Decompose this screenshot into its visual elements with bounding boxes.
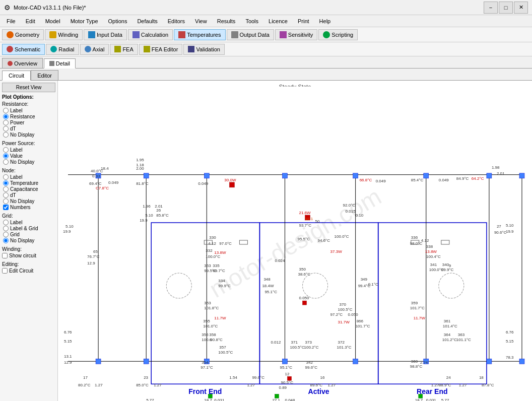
- menu-editors[interactable]: Editors: [163, 17, 189, 26]
- panel-tabs: Circuit Editor: [0, 69, 532, 81]
- menu-defaults[interactable]: Defaults: [132, 17, 162, 26]
- grid-label-option[interactable]: Label: [3, 220, 55, 225]
- sensitivity-button[interactable]: Sensitivity: [275, 29, 318, 40]
- node-temperature-option[interactable]: Temperature: [3, 180, 55, 186]
- svg-text:100.2°C: 100.2°C: [304, 345, 319, 350]
- menu-results[interactable]: Results: [213, 17, 240, 26]
- svg-text:348: 348: [263, 277, 271, 282]
- node-dt-option[interactable]: dT: [3, 192, 55, 198]
- sub-tab-row: Overview Detail: [0, 56, 532, 69]
- svg-text:101.3°C: 101.3°C: [337, 345, 352, 350]
- resistance-nodisplay-option[interactable]: No Display: [3, 132, 55, 138]
- svg-text:13.1: 13.1: [64, 354, 72, 359]
- svg-text:30.0W: 30.0W: [224, 178, 236, 182]
- calculation-label: Calculation: [141, 32, 168, 38]
- calculation-button[interactable]: Calculation: [128, 29, 173, 40]
- svg-text:1.27: 1.27: [459, 383, 467, 387]
- svg-rect-23: [487, 173, 492, 178]
- tab-editor[interactable]: Editor: [31, 70, 58, 80]
- ps-value-option[interactable]: Value: [3, 153, 55, 159]
- menu-options[interactable]: Options: [104, 17, 132, 26]
- menu-motor-type[interactable]: Motor Type: [66, 17, 103, 26]
- tab-overview[interactable]: Overview: [2, 58, 43, 68]
- schematic-button[interactable]: Schematic: [2, 44, 45, 55]
- menu-tools[interactable]: Tools: [241, 17, 263, 26]
- output-data-button[interactable]: Output Data: [227, 29, 274, 40]
- svg-text:12.9: 12.9: [64, 360, 72, 365]
- svg-text:69.7°C: 69.7°C: [213, 269, 225, 273]
- winding-button[interactable]: Winding: [45, 29, 83, 40]
- menu-print[interactable]: Print: [293, 17, 314, 26]
- scripting-button[interactable]: Scripting: [318, 29, 358, 40]
- maximize-button[interactable]: □: [499, 2, 513, 14]
- menu-file[interactable]: File: [2, 17, 20, 26]
- svg-text:12: 12: [285, 372, 289, 376]
- edit-circuit-option[interactable]: Edit Circuit: [2, 268, 55, 274]
- svg-text:50: 50: [315, 219, 320, 224]
- axial-button[interactable]: Axial: [80, 44, 109, 55]
- svg-text:2.74: 2.74: [420, 360, 428, 365]
- grid-labelgrid-option[interactable]: Label & Grid: [3, 226, 55, 231]
- svg-rect-26: [144, 359, 149, 364]
- svg-text:101.8°C: 101.8°C: [204, 306, 219, 310]
- radial-button[interactable]: Radial: [46, 44, 79, 55]
- svg-text:18.7: 18.7: [204, 398, 212, 401]
- ps-label-option[interactable]: Label: [3, 147, 55, 153]
- reset-view-button[interactable]: Reset View: [2, 83, 55, 92]
- menu-model[interactable]: Model: [41, 17, 65, 26]
- node-label-option[interactable]: Label: [3, 174, 55, 180]
- node-capacitance-option[interactable]: Capacitance: [3, 186, 55, 192]
- svg-rect-44: [229, 182, 234, 187]
- geometry-button[interactable]: Geometry: [2, 29, 44, 40]
- svg-rect-188: [275, 394, 279, 398]
- grid-grid-option[interactable]: Grid: [3, 232, 55, 237]
- grid-section: Grid: Label Label & Grid Grid No Display: [2, 213, 55, 243]
- resistance-power-option[interactable]: Power: [3, 120, 55, 125]
- menu-view[interactable]: View: [190, 17, 212, 26]
- svg-text:0.10: 0.10: [356, 213, 364, 218]
- main-toolbar: Geometry Winding Input Data Calculation …: [0, 27, 532, 42]
- fea-editor-button[interactable]: FEA Editor: [139, 44, 183, 55]
- svg-text:0.049: 0.049: [108, 180, 119, 185]
- left-panel: Reset View Plot Options: Resistance: Lab…: [0, 81, 58, 401]
- svg-text:76.7°C: 76.7°C: [87, 254, 100, 259]
- node-numbers-option[interactable]: Numbers: [3, 205, 55, 210]
- show-circuit-option[interactable]: Show circuit: [2, 253, 55, 258]
- svg-text:358: 358: [209, 332, 216, 337]
- resistance-label-option[interactable]: Label: [3, 108, 55, 113]
- tab-circuit[interactable]: Circuit: [2, 71, 31, 81]
- svg-text:100.0°C: 100.0°C: [206, 254, 220, 259]
- minimize-button[interactable]: −: [484, 2, 498, 14]
- grid-nodisplay-option[interactable]: No Display: [3, 238, 55, 243]
- ps-nodisplay-option[interactable]: No Display: [3, 159, 55, 165]
- sensitivity-label: Sensitivity: [288, 32, 313, 38]
- tab-detail[interactable]: Detail: [44, 58, 76, 69]
- svg-text:Front End: Front End: [188, 387, 222, 395]
- fea-button[interactable]: FEA: [110, 44, 138, 55]
- svg-text:0.1°C: 0.1°C: [368, 282, 378, 287]
- svg-text:0.031: 0.031: [214, 398, 225, 401]
- title-bar-title: Motor-CAD v13.1.1 (No File)*: [14, 5, 86, 11]
- temperatures-button[interactable]: Temperatures: [174, 29, 225, 40]
- svg-text:95.5°C: 95.5°C: [298, 237, 310, 241]
- svg-text:97.1°C: 97.1°C: [201, 365, 213, 370]
- svg-text:C7.8°C: C7.8°C: [96, 186, 109, 190]
- resistance-resistance-option[interactable]: Resistance: [3, 114, 55, 119]
- node-section: Node: Label Temperature Capacitance dT N…: [2, 168, 55, 210]
- close-button[interactable]: ✕: [514, 2, 528, 14]
- svg-text:23: 23: [144, 375, 148, 380]
- svg-text:0.049: 0.049: [198, 181, 209, 186]
- svg-text:0.031: 0.031: [426, 398, 437, 401]
- resistance-dt-option[interactable]: dT: [3, 126, 55, 131]
- validation-button[interactable]: Validation: [183, 44, 225, 55]
- thermal-circuit-diagram[interactable]: Front End Active Rear End: [58, 81, 532, 401]
- svg-text:13.8W: 13.8W: [214, 250, 226, 255]
- menu-licence[interactable]: Licence: [264, 17, 292, 26]
- diagram-area[interactable]: Steady-State motor-design.com Front End …: [58, 81, 532, 401]
- menu-edit[interactable]: Edit: [21, 17, 40, 26]
- input-data-button[interactable]: Input Data: [84, 29, 127, 40]
- node-nodisplay-option[interactable]: No Display: [3, 198, 55, 204]
- svg-text:5.77: 5.77: [441, 398, 449, 401]
- svg-rect-28: [282, 359, 287, 364]
- menu-help[interactable]: Help: [315, 17, 336, 26]
